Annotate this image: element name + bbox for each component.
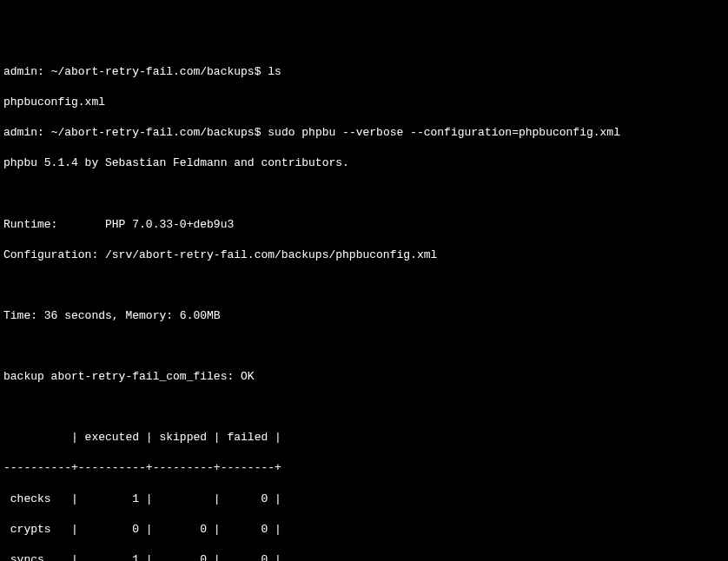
table-row: checks | 1 | | 0 |: [3, 492, 725, 507]
blank-line: [3, 339, 725, 354]
prompt-line[interactable]: admin: ~/abort-retry-fail.com/backups$ s…: [3, 125, 725, 141]
prompt-path: ~/abort-retry-fail.com/backups: [51, 126, 255, 139]
backup-title: backup abort-retry-fail_com_files: OK: [3, 369, 725, 385]
runtime-info: Runtime: PHP 7.0.33-0+deb9u3: [3, 217, 725, 233]
blank-line: [3, 399, 725, 415]
prompt-line[interactable]: admin: ~/abort-retry-fail.com/backups$ l…: [3, 64, 725, 80]
table-row: syncs | 1 | 0 | 0 |: [3, 552, 725, 561]
command-text: sudo phpbu --verbose --configuration=php…: [268, 126, 620, 139]
configuration-info: Configuration: /srv/abort-retry-fail.com…: [3, 248, 725, 263]
blank-line: [3, 187, 725, 202]
table-header: | executed | skipped | failed |: [3, 430, 725, 446]
prompt-path: ~/abort-retry-fail.com/backups: [51, 65, 255, 78]
table-separator: ----------+----------+---------+--------…: [3, 460, 725, 476]
time-memory: Time: 36 seconds, Memory: 6.00MB: [3, 308, 725, 324]
prompt-user: admin: [3, 65, 37, 78]
command-text: ls: [268, 65, 281, 78]
phpbu-banner: phpbu 5.1.4 by Sebastian Feldmann and co…: [3, 155, 725, 171]
ls-output: phpbuconfig.xml: [3, 95, 725, 110]
blank-line: [3, 278, 725, 294]
prompt-user: admin: [3, 126, 37, 139]
table-row: crypts | 0 | 0 | 0 |: [3, 522, 725, 538]
